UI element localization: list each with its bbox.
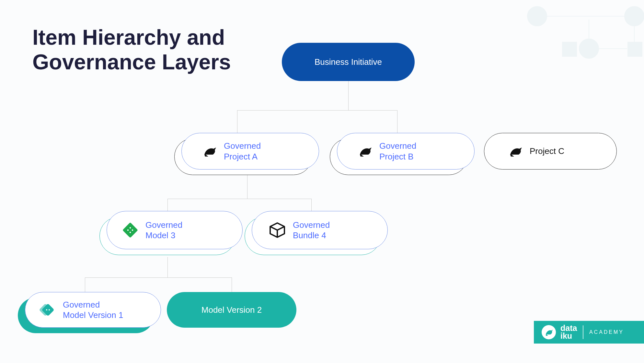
svg-point-12	[132, 229, 133, 231]
svg-rect-9	[122, 222, 138, 238]
brand-name: dataiku	[560, 324, 577, 340]
background-decor	[417, 0, 644, 84]
svg-point-1	[579, 39, 599, 58]
title-line-1: Item Hierarchy and	[32, 25, 225, 49]
node-label: Model Version 2	[201, 305, 262, 315]
connector	[167, 257, 168, 277]
svg-point-10	[127, 229, 129, 231]
connector	[311, 199, 312, 212]
connector	[237, 110, 237, 133]
svg-rect-3	[562, 42, 577, 56]
svg-point-0	[527, 6, 547, 26]
brand-logo-icon	[542, 325, 556, 339]
node-label: Governed Project B	[379, 141, 416, 162]
svg-rect-4	[628, 42, 642, 56]
node-business-initiative: Business Initiative	[282, 43, 415, 81]
connector	[167, 199, 312, 199]
model-icon	[121, 221, 139, 239]
connector	[85, 277, 232, 278]
brand-academy-label: ACADEMY	[589, 329, 624, 335]
connector	[397, 110, 397, 133]
node-label: Governed Project A	[224, 141, 261, 162]
brand-divider	[583, 325, 583, 339]
node-governed-project-b: Governed Project B	[337, 133, 475, 170]
node-governed-bundle-4: Governed Bundle 4	[252, 211, 388, 249]
node-label: Governed Model Version 1	[63, 299, 123, 321]
node-label: Project C	[530, 146, 564, 157]
model-version-icon	[38, 301, 56, 319]
connector	[232, 277, 232, 292]
node-project-c: Project C	[484, 133, 617, 170]
bird-icon	[201, 144, 217, 158]
svg-point-13	[130, 232, 131, 233]
brand-text: dataiku ACADEMY	[560, 324, 624, 340]
connector	[247, 172, 247, 199]
node-governed-model-3: Governed Model 3	[107, 211, 243, 249]
svg-point-17	[49, 309, 50, 310]
node-governed-model-version-1: Governed Model Version 1	[25, 292, 161, 328]
title-line-2: Governance Layers	[32, 50, 231, 74]
node-label: Business Initiative	[315, 57, 382, 67]
node-model-version-2: Model Version 2	[167, 292, 296, 328]
cube-icon	[268, 221, 286, 239]
connector	[167, 199, 168, 212]
bird-icon	[357, 144, 373, 158]
svg-point-16	[46, 309, 47, 310]
connector	[237, 110, 397, 111]
connector	[348, 81, 349, 110]
svg-point-2	[625, 6, 644, 26]
svg-point-11	[130, 227, 131, 228]
node-governed-project-a: Governed Project A	[181, 133, 319, 170]
node-label: Governed Bundle 4	[293, 220, 330, 241]
connector	[85, 277, 85, 292]
bird-icon	[507, 144, 523, 158]
page-title: Item Hierarchy and Governance Layers	[32, 25, 231, 75]
node-label: Governed Model 3	[145, 220, 182, 241]
brand-banner: dataiku ACADEMY	[534, 321, 644, 344]
